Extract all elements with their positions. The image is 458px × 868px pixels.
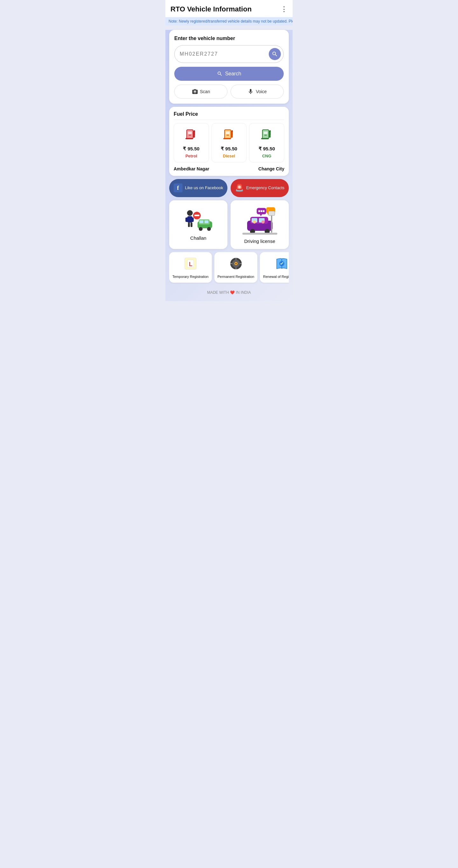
fuel-item-petrol[interactable]: ₹ 95.50 Petrol (174, 123, 209, 162)
facebook-icon: f (174, 183, 183, 192)
renewal-reg-card[interactable]: Renewal of Registration (260, 252, 289, 283)
search-icon (272, 51, 278, 57)
temp-reg-icon: L (184, 256, 197, 272)
svg-point-19 (269, 136, 271, 138)
svg-rect-20 (261, 138, 269, 139)
perm-reg-label: Permanent Registration (218, 274, 254, 279)
fuel-city: Ambedkar Nagar (174, 166, 209, 172)
small-cards-row: L Temporary Registration Permanent R (169, 252, 289, 284)
petrol-price: ₹ 95.50 (183, 146, 200, 152)
search-btn-icon (217, 71, 223, 76)
cng-price: ₹ 95.50 (258, 146, 275, 152)
svg-point-49 (253, 220, 256, 223)
svg-rect-6 (185, 138, 193, 139)
challan-label: Challan (190, 235, 206, 241)
camera-icon (192, 88, 198, 95)
svg-rect-3 (193, 131, 195, 136)
fuel-item-cng[interactable]: ₹ 95.50 CNG (249, 123, 284, 162)
notice-bar: Note: Newly registered/transferred vehic… (165, 17, 293, 25)
fuel-footer: Ambedkar Nagar Change City (174, 166, 284, 172)
svg-point-12 (231, 136, 233, 138)
svg-point-39 (263, 210, 265, 212)
svg-rect-17 (269, 131, 271, 136)
challan-icon (173, 207, 224, 232)
menu-button[interactable]: ⋮ (280, 5, 287, 13)
svg-rect-25 (188, 223, 190, 227)
svg-rect-2 (189, 135, 191, 135)
svg-rect-8 (226, 132, 230, 134)
facebook-button[interactable]: f Like us on Facebook (169, 179, 227, 197)
svg-rect-1 (188, 132, 192, 134)
diesel-label: Diesel (223, 154, 235, 158)
search-card-title: Enter the vehicle number (174, 36, 284, 41)
svg-point-21 (187, 210, 193, 216)
svg-point-32 (207, 227, 211, 231)
petrol-label: Petrol (185, 154, 197, 158)
svg-point-31 (199, 227, 203, 231)
driving-license-icon: ! (234, 207, 285, 235)
temp-reg-card[interactable]: L Temporary Registration (169, 252, 212, 283)
fuel-title: Fuel Price (174, 111, 284, 120)
cng-label: CNG (262, 154, 271, 158)
driving-license-label: Driving license (244, 239, 275, 244)
footer: MADE WITH ❤️ IN INDIA (165, 287, 293, 298)
svg-rect-11 (232, 130, 233, 132)
svg-point-38 (261, 210, 263, 212)
diesel-price: ₹ 95.50 (221, 146, 237, 152)
svg-rect-24 (191, 217, 194, 222)
vehicle-number-input[interactable] (180, 51, 269, 57)
temp-reg-label: Temporary Registration (173, 274, 209, 279)
svg-point-5 (193, 136, 195, 138)
svg-text:L: L (189, 261, 192, 268)
scan-button[interactable]: Scan (174, 85, 227, 99)
svg-rect-28 (194, 215, 200, 216)
perm-reg-card[interactable]: Permanent Registration (214, 252, 257, 283)
cng-pump-icon (260, 127, 274, 144)
app-title: RTO Vehicle Information (171, 5, 252, 13)
svg-rect-34 (205, 220, 208, 223)
challan-card[interactable]: Challan (169, 200, 227, 249)
svg-rect-53 (269, 211, 275, 216)
vehicle-input-row (174, 45, 284, 63)
petrol-pump-icon (184, 127, 198, 144)
microphone-icon (247, 88, 254, 95)
action-row: f Like us on Facebook 🚨 Emergency Contac… (169, 179, 289, 197)
svg-rect-18 (269, 130, 271, 132)
voice-button[interactable]: Voice (231, 85, 284, 99)
renewal-reg-label: Renewal of Registration (263, 274, 289, 279)
app-header: RTO Vehicle Information ⋮ (165, 0, 293, 17)
driving-license-card[interactable]: ! Driving lic (231, 200, 289, 249)
fuel-item-diesel[interactable]: ₹ 95.50 Diesel (212, 123, 247, 162)
svg-rect-4 (194, 130, 195, 132)
fuel-card: Fuel Price ₹ 95.50 Petrol (169, 107, 289, 176)
perm-reg-icon (229, 256, 243, 272)
svg-point-37 (258, 210, 260, 212)
diesel-pump-icon (222, 127, 236, 144)
svg-rect-51 (242, 233, 277, 235)
svg-rect-10 (231, 131, 233, 136)
emergency-button[interactable]: 🚨 Emergency Contacts (231, 179, 289, 197)
svg-rect-16 (264, 135, 267, 135)
svg-rect-15 (264, 132, 268, 134)
svg-rect-52 (271, 213, 272, 233)
svg-rect-26 (190, 223, 192, 227)
svg-rect-23 (185, 217, 188, 222)
svg-rect-13 (223, 138, 231, 139)
main-cards-row: Challan ! (169, 200, 289, 249)
renewal-reg-icon (275, 256, 289, 272)
search-icon-button[interactable] (269, 48, 281, 60)
change-city-button[interactable]: Change City (258, 166, 284, 172)
fuel-items: ₹ 95.50 Petrol ₹ 95.50 Diesel (174, 123, 284, 162)
svg-rect-33 (200, 220, 203, 223)
svg-point-50 (262, 220, 265, 223)
svg-point-60 (235, 263, 237, 264)
svg-rect-9 (226, 135, 229, 135)
emergency-icon: 🚨 (235, 183, 244, 193)
search-card: Enter the vehicle number Search Scan (169, 30, 289, 104)
search-button[interactable]: Search (174, 67, 284, 81)
svg-marker-36 (260, 214, 262, 216)
